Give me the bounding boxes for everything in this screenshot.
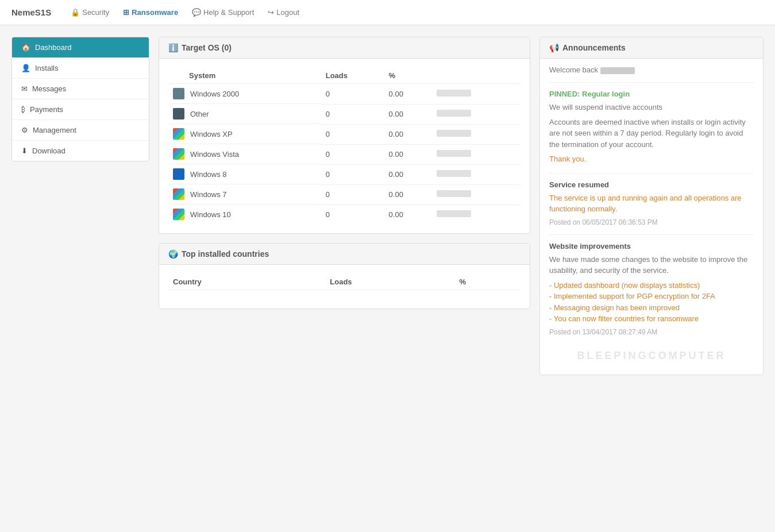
table-row: Windows 2000 0 0.00 [168,84,520,105]
os-icon [173,188,184,200]
brand-logo: NemeS1S [11,7,51,17]
sidebar-item-dashboard[interactable]: 🏠 Dashboard [12,37,149,58]
os-name: Windows 2000 [168,84,321,104]
nav-logout-label: Logout [276,8,299,17]
col-system: System [168,68,321,84]
nav-ransomware[interactable]: ⊞ Ransomware [123,8,178,17]
pinned-body: We will suspend inactive accounts [549,102,754,113]
os-table: System Loads % Windows 2000 0 0.00 Other [168,68,520,224]
os-loads: 0 [321,104,384,124]
os-bar [432,205,520,224]
nav-logout[interactable]: ↪ Logout [268,8,299,17]
announcements-card: 📢 Announcements Welcome back PINNED: Reg… [539,37,764,375]
top-countries-header: 🌍 Top installed countries [159,244,530,265]
announcements-header: 📢 Announcements [540,37,763,59]
os-loads: 0 [321,84,384,105]
col-country: Country [168,274,325,290]
os-percent: 0.00 [384,84,433,105]
megaphone-icon: 📢 [549,43,559,52]
os-bar [432,124,520,144]
no-data [168,290,520,300]
info-icon: ℹ️ [168,43,178,52]
sidebar-item-installs[interactable]: 👤 Installs [12,58,149,79]
os-name: Windows Vista [168,144,321,164]
os-icon [173,128,184,140]
website-improvements-detail: - Updated dashboard (now displays statis… [549,280,754,325]
sidebar-item-management[interactable]: ⚙ Management [12,120,149,141]
page-layout: 🏠 Dashboard 👤 Installs ✉ Messages ₿ Paym… [0,25,775,387]
nav-security-label: Security [82,8,109,17]
website-improvements-body: We have made some changes to the website… [549,254,754,276]
pinned-thanks: Thank you. [549,153,754,165]
installs-icon: 👤 [21,64,30,72]
os-percent: 0.00 [384,124,433,144]
target-os-title: Target OS (0) [182,43,232,52]
service-resumed-title: Service resumed [549,180,754,189]
os-bar [432,184,520,205]
service-resumed-body: The service is up and running again and … [549,192,754,215]
os-name: Windows 10 [168,205,321,224]
security-icon: 🔒 [71,8,80,17]
os-loads: 0 [321,205,384,224]
sidebar-messages-label: Messages [32,84,66,93]
os-name: Windows 7 [168,184,321,205]
nav-ransomware-label: Ransomware [132,8,178,17]
sidebar-item-download[interactable]: ⬇ Download [12,141,149,161]
table-row: Windows 10 0 0.00 [168,205,520,224]
top-countries-body: Country Loads % [159,265,530,309]
countries-table: Country Loads % [168,274,520,299]
os-icon [173,168,184,180]
sidebar-download-label: Download [32,147,65,155]
nav-security[interactable]: 🔒 Security [71,8,109,17]
table-row [168,290,520,300]
top-countries-card: 🌍 Top installed countries Country Loads … [159,243,530,309]
sidebar-item-messages[interactable]: ✉ Messages [12,79,149,99]
os-icon [173,148,184,160]
dashboard-icon: 🏠 [21,43,30,52]
target-os-body: System Loads % Windows 2000 0 0.00 Other [159,59,530,233]
os-loads: 0 [321,164,384,184]
target-os-card: ℹ️ Target OS (0) System Loads % [159,37,530,234]
os-icon [173,209,184,220]
website-improvements-posted: Posted on 13/04/2017 08:27:49 AM [549,328,754,336]
os-percent: 0.00 [384,144,433,164]
sidebar-dashboard-label: Dashboard [35,43,72,52]
os-loads: 0 [321,144,384,164]
top-navigation: NemeS1S 🔒 Security ⊞ Ransomware 💬 Help &… [0,0,775,25]
table-row: Windows 8 0 0.00 [168,164,520,184]
announcements-body: Welcome back PINNED: Regular login We wi… [540,59,763,375]
messages-icon: ✉ [21,84,28,93]
table-row: Windows XP 0 0.00 [168,124,520,144]
os-percent: 0.00 [384,205,433,224]
os-name: Other [168,104,321,124]
target-os-header: ℹ️ Target OS (0) [159,37,530,59]
sidebar-item-payments[interactable]: ₿ Payments [12,99,149,120]
nav-help[interactable]: 💬 Help & Support [192,8,254,17]
table-row: Other 0 0.00 [168,104,520,124]
os-bar [432,104,520,124]
payments-icon: ₿ [21,105,25,114]
service-resumed-posted: Posted on 06/05/2017 06:36:53 PM [549,218,754,226]
main-content: ℹ️ Target OS (0) System Loads % [159,37,530,309]
os-percent: 0.00 [384,184,433,205]
ransomware-icon: ⊞ [123,8,129,17]
announcement-pinned: PINNED: Regular login We will suspend in… [549,82,754,165]
os-bar [432,84,520,105]
col-loads: Loads [321,68,384,84]
col-bar [432,68,520,84]
management-icon: ⚙ [21,126,28,134]
os-bar [432,144,520,164]
pinned-detail: Accounts are deemed inactive when instal… [549,117,754,151]
announcement-service-resumed: Service resumed The service is up and ru… [549,173,754,226]
os-loads: 0 [321,124,384,144]
nav-help-label: Help & Support [203,8,254,17]
os-name: Windows XP [168,124,321,144]
pinned-title: PINNED: Regular login [549,90,754,98]
top-countries-title: Top installed countries [182,249,269,259]
os-icon [173,108,184,119]
announcements-title: Announcements [562,43,626,52]
announcements-wrapper: Welcome back PINNED: Regular login We wi… [549,65,754,368]
os-icon [173,88,184,99]
download-icon: ⬇ [21,147,28,155]
right-panel: 📢 Announcements Welcome back PINNED: Reg… [539,37,764,375]
